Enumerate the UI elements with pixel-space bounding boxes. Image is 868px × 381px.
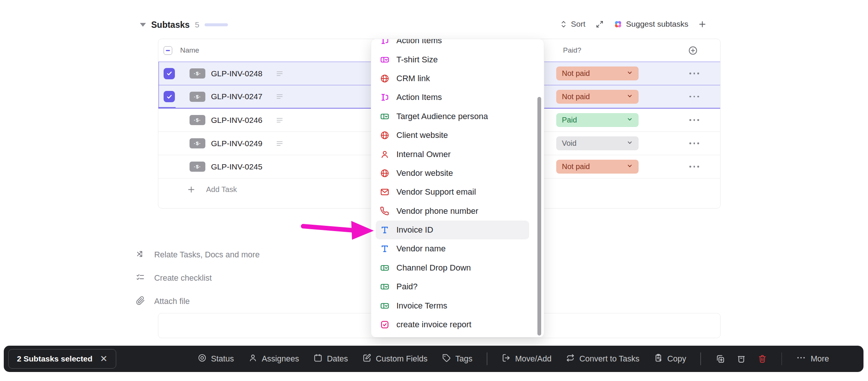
annotation-arrow <box>300 220 375 241</box>
row-actions-button[interactable] <box>686 119 703 121</box>
subtasks-count: 5 <box>195 20 199 29</box>
task-name[interactable]: GLP-INV-0246 <box>211 116 263 125</box>
field-menu-item[interactable]: Target Audience persona <box>371 107 544 126</box>
field-menu-item-label: Target Audience persona <box>396 112 488 121</box>
row-actions-button[interactable] <box>686 166 703 168</box>
row-actions-button[interactable] <box>686 142 703 144</box>
add-column-button[interactable] <box>688 45 698 56</box>
duplicate-icon[interactable] <box>715 354 725 364</box>
field-menu-item[interactable]: Paid? <box>371 277 544 296</box>
task-name[interactable]: GLP-INV-0248 <box>211 69 263 78</box>
field-menu-item[interactable]: T-shirt Size <box>371 50 544 69</box>
chevron-down-icon <box>627 116 633 124</box>
task-name[interactable]: GLP-INV-0245 <box>211 162 263 171</box>
quick-action-relate[interactable]: Relate Tasks, Docs and more <box>135 247 331 262</box>
more-button[interactable]: More <box>796 353 829 365</box>
field-menu-item[interactable]: Vendor Support email <box>371 183 544 201</box>
quick-action-label: Relate Tasks, Docs and more <box>154 250 259 260</box>
suggest-subtasks-button[interactable]: Suggest subtasks <box>614 20 689 29</box>
field-menu-item[interactable]: Vendor name <box>371 239 544 258</box>
collapse-caret-icon[interactable] <box>140 23 146 27</box>
field-menu-item-label: CRM link <box>396 74 430 83</box>
field-menu-item[interactable]: Action Items <box>371 88 544 107</box>
sort-button[interactable]: Sort <box>559 20 586 29</box>
selection-count-pill[interactable]: 2 Subtasks selected ✕ <box>8 349 116 369</box>
copy-button[interactable]: Copy <box>654 353 686 365</box>
expand-icon[interactable] <box>595 20 604 29</box>
paid-status-label: Void <box>562 139 577 148</box>
task-name[interactable]: GLP-INV-0247 <box>211 92 263 101</box>
dropdown-field-icon <box>379 54 390 65</box>
chevron-down-icon <box>627 92 633 101</box>
more-button-label: More <box>810 354 829 364</box>
selection-bar-button-label: Convert to Tasks <box>579 354 639 364</box>
field-menu-item-label: Action Items <box>396 92 442 102</box>
tags-button[interactable]: Tags <box>442 353 472 365</box>
status-button[interactable]: Status <box>197 353 234 365</box>
task-name[interactable]: GLP-INV-0249 <box>211 139 263 148</box>
name-column-header[interactable]: Name <box>180 46 199 54</box>
field-menu-item[interactable]: create invoice report <box>371 315 544 334</box>
paid-column-header[interactable]: Paid? <box>563 46 581 54</box>
sort-icon <box>559 20 568 29</box>
paid-status-dropdown[interactable]: Not paid <box>556 90 639 104</box>
trash-icon[interactable] <box>757 354 767 364</box>
subtasks-progress-bar <box>205 23 228 26</box>
selection-bar-button-label: Move/Add <box>515 354 552 364</box>
field-menu-item[interactable]: Channel Drop Down <box>371 259 544 277</box>
paid-status-dropdown[interactable]: Not paid <box>556 67 639 80</box>
money-tag-icon: ·$· <box>190 138 205 148</box>
task-quick-actions: Relate Tasks, Docs and moreCreate checkl… <box>135 247 331 317</box>
dates-button[interactable]: Dates <box>313 353 348 365</box>
field-menu-item-label: Internal Owner <box>396 150 451 159</box>
close-icon[interactable]: ✕ <box>100 354 108 363</box>
field-menu-item[interactable]: CRM link <box>371 69 544 88</box>
menu-scrollbar[interactable] <box>537 97 541 336</box>
field-menu-item[interactable]: Internal Owner <box>371 145 544 163</box>
selection-action-bar: 2 Subtasks selected ✕ StatusAssigneesDat… <box>4 346 863 372</box>
quick-action-attach[interactable]: Attach file <box>135 294 331 309</box>
archive-icon[interactable] <box>736 354 746 364</box>
assignees-button[interactable]: Assignees <box>248 353 299 365</box>
paid-status-dropdown[interactable]: Not paid <box>556 160 639 174</box>
field-menu-item[interactable]: Invoice ID <box>376 221 529 239</box>
add-task-label: Add Task <box>206 185 237 194</box>
selection-bar-button-label: Tags <box>455 354 472 364</box>
app-root: Subtasks 5 Sort Suggest subtasks Name Pa… <box>0 0 868 381</box>
move-add-button[interactable]: Move/Add <box>502 353 552 365</box>
money-tag-icon: ·$· <box>190 92 205 102</box>
field-menu-item[interactable]: Invoice Terms <box>371 296 544 315</box>
add-subtask-plus-icon[interactable] <box>698 20 707 29</box>
selection-count-label: 2 Subtasks selected <box>17 354 93 363</box>
relate-icon <box>135 249 145 260</box>
paid-status-dropdown[interactable]: Paid <box>556 113 639 127</box>
globe-icon <box>379 73 390 84</box>
row-actions-button[interactable] <box>686 73 703 74</box>
select-all-checkbox[interactable] <box>164 46 172 55</box>
convert-icon <box>566 353 575 365</box>
field-menu-item[interactable]: Vendor phone number <box>371 202 544 221</box>
field-menu-item-label: Vendor Support email <box>396 187 476 197</box>
convert-to-tasks-button[interactable]: Convert to Tasks <box>566 353 639 365</box>
quick-action-create[interactable]: Create checklist <box>135 271 331 286</box>
row-checkbox[interactable] <box>164 91 175 102</box>
status-icon <box>197 353 207 365</box>
field-menu-item[interactable]: Action Items <box>371 39 544 50</box>
field-menu-item-label: Action Items <box>396 39 442 45</box>
field-menu-item-label: Paid? <box>396 282 417 292</box>
text-field-icon <box>379 243 390 254</box>
field-menu-item[interactable]: Vendor website <box>371 164 544 183</box>
subtasks-title: Subtasks <box>151 20 190 30</box>
custom-fields-button[interactable]: Custom Fields <box>362 353 427 365</box>
paid-status-label: Not paid <box>562 162 590 171</box>
field-menu-item[interactable]: Client website <box>371 126 544 145</box>
paid-status-dropdown[interactable]: Void <box>556 136 639 150</box>
field-menu-item-label: Vendor name <box>396 244 446 254</box>
dropdown-field-icon <box>379 281 390 292</box>
text-cursor-icon <box>379 92 390 103</box>
tag-icon <box>442 353 451 365</box>
row-actions-button[interactable] <box>686 96 703 98</box>
paid-status-label: Not paid <box>562 69 590 78</box>
row-checkbox[interactable] <box>164 68 175 79</box>
divider <box>487 352 487 365</box>
